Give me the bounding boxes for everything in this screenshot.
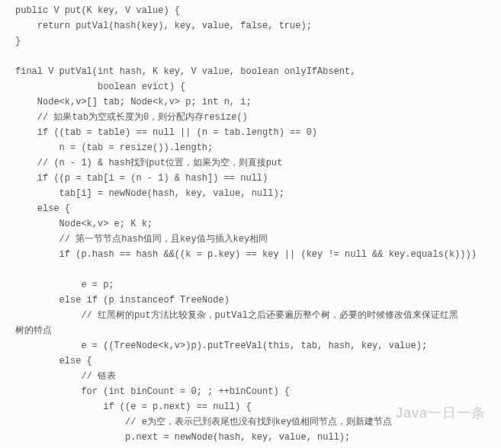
code-line: Node<k,v> e; K k; <box>15 216 501 232</box>
code-line: // 如果tab为空或长度为0，则分配内存resize() <box>15 110 501 125</box>
code-line: e = ((TreeNode<k,v>)p).putTreeVal(this, … <box>15 338 501 354</box>
code-line: p.next = newNode(hash, key, value, null)… <box>15 430 501 445</box>
code-line: // 红黑树的put方法比较复杂，putVal之后还要遍历整个树，必要的时候修改… <box>15 308 501 323</box>
code-line: final V putVal(int hash, K key, V value,… <box>15 64 501 79</box>
code-line: 树的特点 <box>15 323 501 338</box>
code-line <box>15 49 501 64</box>
code-line: tab[i] = newNode(hash, key, value, null)… <box>15 186 501 201</box>
code-line: if ((tab = table) == null || (n = tab.le… <box>15 125 501 140</box>
code-line: else { <box>15 201 501 216</box>
code-line: else { <box>15 354 501 369</box>
code-line: if ((p = tab[i = (n - 1) & hash]) == nul… <box>15 171 501 186</box>
code-line: } <box>15 34 501 49</box>
code-line: // 第一节节点hash值同，且key值与插入key相同 <box>15 232 501 247</box>
code-line: // 链表 <box>15 369 501 384</box>
code-line: public V put(K key, V value) { <box>15 3 501 18</box>
code-line: for (int binCount = 0; ; ++binCount) { <box>15 384 501 399</box>
code-line: else if (p instanceof TreeNode) <box>15 293 501 308</box>
code-line: return putVal(hash(key), key, value, fal… <box>15 18 501 34</box>
code-line: if (p.hash == hash &&((k = p.key) == key… <box>15 247 501 262</box>
watermark-text: Java一日一条 <box>396 405 486 421</box>
code-line: // (n - 1) & hash找到put位置，如果为空，则直接put <box>15 155 501 171</box>
code-line: n = (tab = resize()).length; <box>15 140 501 155</box>
code-line: Node<k,v>[] tab; Node<k,v> p; int n, i; <box>15 94 501 110</box>
code-line <box>15 262 501 277</box>
code-line: boolean evict) { <box>15 79 501 94</box>
code-block: public V put(K key, V value) { return pu… <box>15 3 501 445</box>
code-line: e = p; <box>15 277 501 293</box>
